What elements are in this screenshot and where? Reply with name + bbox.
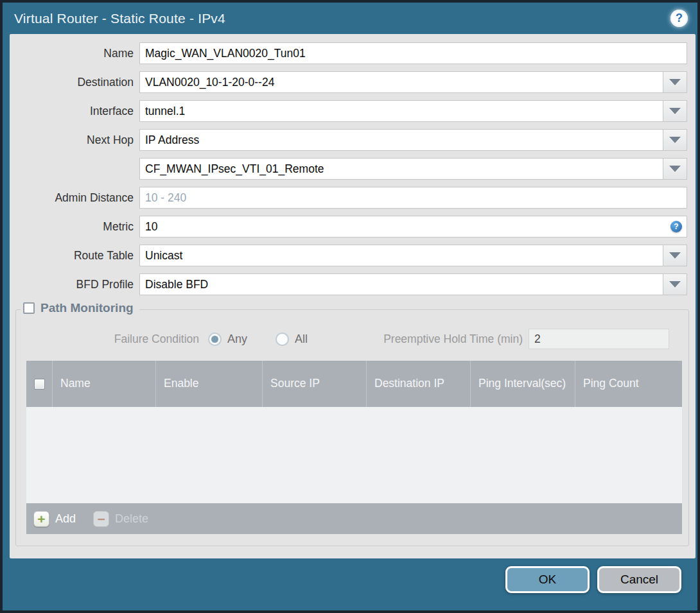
table-action-bar: + Add − Delete [26, 503, 682, 534]
admin-distance-row: Admin Distance [10, 187, 687, 209]
failure-condition-label: Failure Condition [16, 332, 199, 346]
interface-dropdown-button[interactable] [663, 100, 687, 122]
static-route-dialog: Virtual Router - Static Route - IPv4 ? N… [0, 0, 700, 613]
help-icon[interactable]: ? [670, 10, 688, 27]
column-header-enable[interactable]: Enable [155, 361, 262, 407]
chevron-down-icon [669, 79, 681, 85]
select-all-cell [26, 361, 52, 407]
add-plus-icon: + [33, 511, 49, 527]
interface-row: Interface [10, 100, 687, 122]
failure-condition-all-label: All [295, 332, 308, 346]
chevron-down-icon [669, 281, 681, 288]
next-hop-label: Next Hop [10, 134, 139, 147]
metric-row: Metric ? [10, 216, 687, 237]
destination-label: Destination [10, 76, 139, 89]
bfd-profile-row: BFD Profile [10, 273, 687, 295]
column-header-source-ip[interactable]: Source IP [262, 361, 366, 407]
name-input[interactable] [139, 42, 687, 64]
preemptive-hold-time-input[interactable] [529, 329, 669, 349]
route-table-input[interactable] [139, 245, 663, 266]
path-monitoring-title: Path Monitoring [40, 301, 134, 315]
destination-input[interactable] [139, 71, 663, 93]
metric-input[interactable] [139, 216, 687, 237]
next-hop-address-row [10, 158, 687, 180]
dialog-titlebar: Virtual Router - Static Route - IPv4 ? [3, 3, 697, 34]
ok-button[interactable]: OK [505, 566, 590, 593]
preemptive-hold-time-label: Preemptive Hold Time (min) [383, 332, 523, 346]
next-hop-row: Next Hop [10, 129, 687, 151]
bfd-profile-dropdown-button[interactable] [663, 273, 687, 295]
chevron-down-icon [669, 166, 681, 172]
cancel-button[interactable]: Cancel [597, 566, 681, 593]
path-monitoring-legend: Path Monitoring [21, 301, 139, 315]
metric-help-icon[interactable]: ? [670, 221, 682, 232]
path-monitoring-group: Path Monitoring Failure Condition Any Al… [15, 309, 689, 546]
route-table-row: Route Table [10, 245, 687, 266]
chevron-down-icon [669, 252, 681, 259]
column-header-ping-interval[interactable]: Ping Interval(sec) [470, 361, 575, 407]
delete-button-label: Delete [115, 512, 148, 526]
admin-distance-label: Admin Distance [10, 191, 139, 205]
bfd-profile-input[interactable] [139, 273, 663, 295]
metric-label: Metric [10, 220, 139, 234]
failure-condition-row: Failure Condition Any All Preemptive Hol… [16, 310, 688, 350]
failure-condition-any-radio[interactable] [208, 332, 222, 346]
add-button[interactable]: + Add [33, 511, 76, 527]
interface-input[interactable] [139, 100, 663, 122]
bfd-profile-label: BFD Profile [10, 278, 139, 291]
chevron-down-icon [669, 137, 681, 143]
next-hop-address-dropdown-button[interactable] [663, 158, 687, 180]
route-table-label: Route Table [10, 249, 139, 263]
table-header-row: Name Enable Source IP Destination IP Pin… [26, 361, 682, 407]
next-hop-dropdown-button[interactable] [663, 129, 687, 151]
table-body-empty [26, 407, 682, 503]
name-label: Name [10, 47, 139, 60]
path-monitoring-table: Name Enable Source IP Destination IP Pin… [26, 361, 682, 534]
chevron-down-icon [669, 108, 681, 114]
path-monitoring-checkbox[interactable] [23, 302, 35, 314]
column-header-ping-count[interactable]: Ping Count [575, 361, 682, 407]
failure-condition-any-label: Any [227, 332, 247, 346]
dialog-body: Name Destination Interface [10, 34, 696, 558]
select-all-checkbox[interactable] [34, 379, 45, 390]
column-header-destination-ip[interactable]: Destination IP [366, 361, 470, 407]
name-row: Name [10, 42, 687, 64]
delete-minus-icon: − [93, 511, 109, 527]
admin-distance-input[interactable] [139, 187, 687, 209]
destination-row: Destination [10, 71, 687, 93]
route-table-dropdown-button[interactable] [663, 245, 687, 266]
next-hop-address-input[interactable] [139, 158, 663, 180]
delete-button[interactable]: − Delete [93, 511, 148, 527]
add-button-label: Add [55, 512, 76, 526]
interface-label: Interface [10, 105, 139, 118]
dialog-title: Virtual Router - Static Route - IPv4 [3, 11, 225, 26]
column-header-name[interactable]: Name [52, 361, 155, 407]
next-hop-type-input[interactable] [139, 129, 663, 151]
destination-dropdown-button[interactable] [663, 71, 687, 93]
failure-condition-all-radio[interactable] [276, 332, 289, 346]
